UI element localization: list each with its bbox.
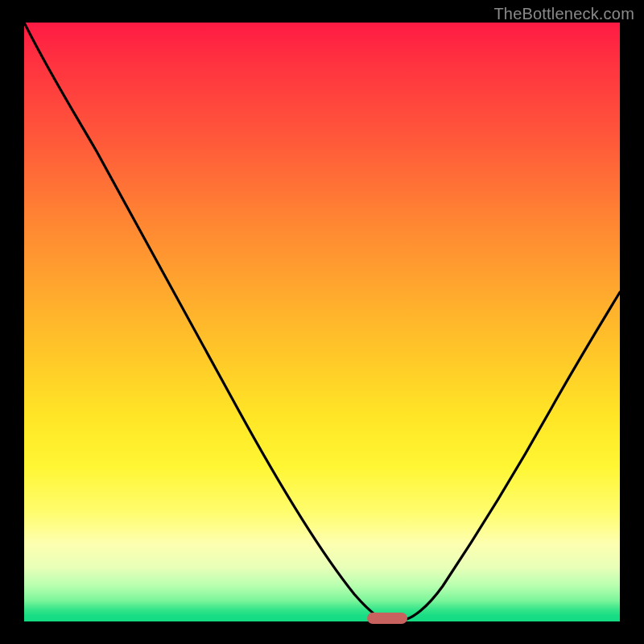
chart-frame: TheBottleneck.com bbox=[0, 0, 644, 644]
minimum-marker bbox=[367, 613, 407, 624]
curve-path bbox=[24, 23, 620, 620]
watermark-text: TheBottleneck.com bbox=[493, 5, 634, 23]
plot-area bbox=[24, 23, 620, 621]
bottleneck-curve bbox=[24, 23, 620, 621]
